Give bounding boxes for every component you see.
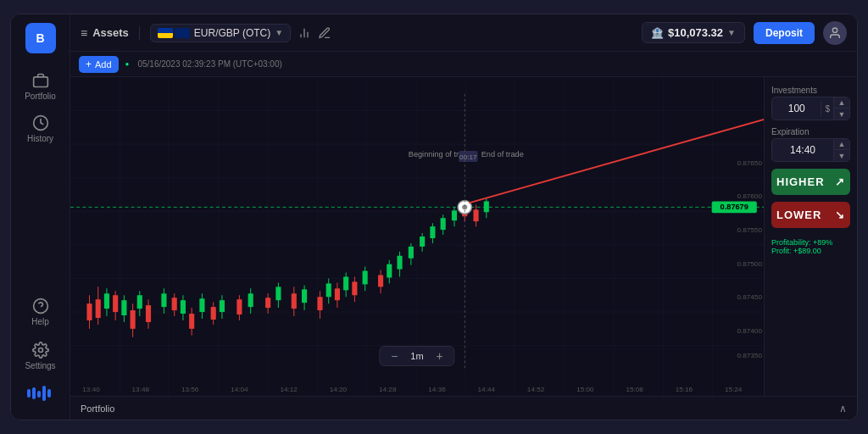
profitability-section: Profitability: +89% Profit: +$89.00 <box>771 238 850 255</box>
higher-button[interactable]: HIGHER ↗ <box>771 169 850 195</box>
timeframe-label: 1m <box>407 351 426 361</box>
main-content: ≡ Assets EUR/GBP (OTC) ▼ <box>70 14 857 420</box>
svg-rect-77 <box>275 287 281 300</box>
svg-point-13 <box>832 28 837 32</box>
deposit-button[interactable]: Deposit <box>754 22 815 44</box>
expiry-value: 14:40 <box>772 141 833 159</box>
investment-input[interactable]: 100 $ ▲ ▼ <box>771 97 850 120</box>
binolla-brand-icon <box>25 386 56 401</box>
svg-rect-79 <box>302 289 307 303</box>
right-panel: Investments 100 $ ▲ ▼ Expiration 14:40 <box>764 77 857 396</box>
svg-text:0.87450: 0.87450 <box>737 293 762 301</box>
svg-text:0.87350: 0.87350 <box>737 353 762 360</box>
header-tools <box>298 26 331 40</box>
expiry-decrease-button[interactable]: ▼ <box>834 150 849 161</box>
wallet-icon: 🏦 <box>651 27 664 39</box>
svg-text:15:24: 15:24 <box>725 386 743 393</box>
chart-type-icon[interactable] <box>298 26 311 40</box>
svg-text:End of trade: End of trade <box>481 150 524 159</box>
live-dot: ● <box>125 60 130 68</box>
expiry-input[interactable]: 14:40 ▲ ▼ <box>771 138 850 162</box>
svg-rect-105 <box>452 210 457 220</box>
header-right: 🏦 $10,073.32 ▼ Deposit <box>642 21 847 45</box>
chart-container[interactable]: 0.87679 Beginning of trade 00:17 End of … <box>70 77 764 396</box>
expiry-stepper[interactable]: ▲ ▼ <box>833 139 849 161</box>
sidebar-item-settings[interactable]: Settings <box>11 335 70 377</box>
lower-button[interactable]: LOWER ↘ <box>771 202 850 228</box>
svg-text:15:08: 15:08 <box>626 386 643 393</box>
subheader: + Add ● 05/16/2023 02:39:23 PM (UTC+03:0… <box>70 52 857 77</box>
sidebar-item-portfolio[interactable]: Portfolio <box>11 65 70 108</box>
expiry-increase-button[interactable]: ▲ <box>834 139 849 150</box>
svg-text:0.87600: 0.87600 <box>737 193 762 201</box>
add-button[interactable]: + Add <box>79 56 119 73</box>
svg-rect-51 <box>211 307 216 320</box>
asset-name-label: EUR/GBP (OTC) <box>194 27 270 39</box>
portfolio-chevron-icon: ∧ <box>839 403 847 415</box>
svg-text:15:16: 15:16 <box>676 386 693 393</box>
svg-text:14:20: 14:20 <box>330 386 348 393</box>
lower-label: LOWER <box>776 209 821 221</box>
investment-decrease-button[interactable]: ▼ <box>834 108 849 120</box>
sidebar-item-help-label: Help <box>31 317 49 326</box>
svg-rect-63 <box>121 300 126 315</box>
svg-rect-91 <box>363 271 368 285</box>
user-avatar[interactable] <box>823 21 847 45</box>
svg-text:14:44: 14:44 <box>478 386 496 393</box>
history-icon <box>32 114 49 131</box>
asset-flags <box>158 28 190 38</box>
investments-section: Investments 100 $ ▲ ▼ <box>771 86 850 120</box>
chart-timestamp: 05/16/2023 02:39:23 PM (UTC+03:00) <box>137 59 281 69</box>
chart-controls: − 1m + <box>379 346 454 366</box>
svg-rect-9 <box>47 389 51 398</box>
sidebar: B Portfolio History Help <box>11 14 70 420</box>
draw-tool-icon[interactable] <box>318 26 331 40</box>
svg-rect-37 <box>86 303 92 320</box>
higher-arrow-icon: ↗ <box>835 175 845 188</box>
eur-flag-icon <box>158 28 173 38</box>
svg-rect-67 <box>161 293 166 307</box>
svg-rect-61 <box>104 293 109 309</box>
svg-text:14:36: 14:36 <box>428 386 446 393</box>
gbp-flag-icon <box>175 28 190 38</box>
svg-text:14:04: 14:04 <box>231 386 248 393</box>
portfolio-bar[interactable]: Portfolio ∧ <box>70 396 857 420</box>
asset-pair-selector[interactable]: EUR/GBP (OTC) ▼ <box>150 24 291 42</box>
zoom-in-button[interactable]: + <box>432 349 448 363</box>
zoom-out-button[interactable]: − <box>387 349 402 363</box>
svg-text:0.87400: 0.87400 <box>737 327 762 335</box>
balance-dropdown-icon: ▼ <box>727 28 736 37</box>
user-icon <box>828 26 842 40</box>
svg-rect-69 <box>181 300 186 314</box>
svg-rect-65 <box>137 295 142 309</box>
svg-rect-81 <box>335 288 340 300</box>
investment-value: 100 <box>772 99 821 118</box>
investment-increase-button[interactable]: ▲ <box>834 97 849 108</box>
svg-rect-75 <box>248 293 253 307</box>
svg-rect-109 <box>473 209 478 221</box>
investment-stepper[interactable]: ▲ ▼ <box>833 97 849 120</box>
svg-rect-39 <box>96 299 101 318</box>
svg-rect-97 <box>409 247 414 259</box>
investment-currency: $ <box>821 101 833 117</box>
profitability-amount: Profit: +$89.00 <box>771 247 850 255</box>
svg-rect-93 <box>387 264 392 278</box>
svg-text:0.87550: 0.87550 <box>737 226 762 234</box>
portfolio-icon <box>32 72 49 89</box>
profitability-percentage: Profitability: +89% <box>771 238 850 247</box>
chart-right-row: 0.87679 Beginning of trade 00:17 End of … <box>70 77 857 396</box>
svg-text:14:52: 14:52 <box>527 386 545 393</box>
svg-rect-87 <box>326 283 331 297</box>
investments-label: Investments <box>771 86 850 95</box>
higher-label: HIGHER <box>776 175 825 188</box>
sidebar-item-history-label: History <box>27 134 53 143</box>
sidebar-logo[interactable]: B <box>25 23 56 53</box>
balance-display[interactable]: 🏦 $10,073.32 ▼ <box>642 22 745 43</box>
svg-text:14:28: 14:28 <box>379 386 397 393</box>
sidebar-item-history[interactable]: History <box>11 108 70 150</box>
sidebar-item-help[interactable]: Help <box>11 291 70 333</box>
svg-rect-5 <box>27 389 31 398</box>
svg-rect-8 <box>42 386 46 401</box>
header: ≡ Assets EUR/GBP (OTC) ▼ <box>70 14 857 52</box>
svg-rect-0 <box>33 77 47 87</box>
